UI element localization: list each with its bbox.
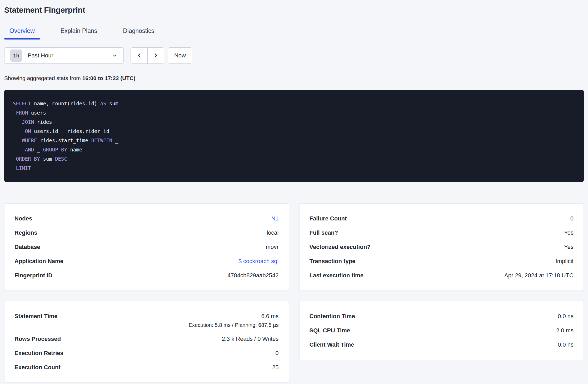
sql-text: rides [34,119,52,125]
chevron-down-icon [112,53,118,58]
aggregation-summary-prefix: Showing aggregated stats from [4,75,82,81]
tab-overview[interactable]: Overview [4,25,40,39]
sql-keyword: AND [25,147,34,152]
stat-label: Last execution time [310,272,363,279]
sql-keyword: WHERE [22,137,37,143]
stat-label: Regions [14,229,37,236]
stat-row: Vectorized execution? Yes [310,244,574,250]
sql-keyword: BETWEEN [91,137,112,143]
stat-row: Nodes N1 [14,215,279,222]
stat-value: movr [266,244,279,250]
stat-row: Fingerprint ID 4784cb829aab2542 [14,272,279,279]
now-button[interactable]: Now [168,47,192,64]
sql-keyword: DESC [55,156,67,162]
page-title: Statement Fingerprint [4,5,584,15]
sql-keyword: JOIN [22,119,34,125]
sql-line: FROM users [13,108,575,117]
stat-label: Transaction type [310,258,356,265]
tab-label: Overview [9,27,35,34]
sql-text [13,119,22,125]
chevron-left-icon [136,52,142,59]
stat-label: Nodes [14,215,32,222]
sql-statement-box: SELECT name, count(rides.id) AS sum FROM… [4,90,584,182]
timing-cards-row: Statement Time 6.6 ms Execution: 5.8 ms … [4,301,584,383]
prev-interval-button[interactable] [131,48,147,63]
stat-value: Yes [564,244,574,250]
sql-text: _ [112,137,118,143]
sql-text: users [28,110,46,116]
card-wait-time: Contention Time 0.0 ns SQL CPU Time 2.0 … [299,301,584,360]
time-range-dropdown[interactable]: 1h Past Hour [4,47,124,64]
sql-line: JOIN rides [13,117,575,127]
interval-nav-group [131,47,164,64]
sql-text: name, count(rides.id) [31,101,100,106]
stat-row: Regions local [14,229,279,236]
stat-value: Yes [564,229,574,236]
sql-keyword: ORDER BY [16,156,40,162]
next-interval-button[interactable] [147,48,164,63]
stat-label: Full scan? [310,229,338,236]
stat-value: Apr 29, 2024 at 17:18 UTC [504,272,574,279]
stat-label: Vectorized execution? [310,244,371,250]
tab-label: Explain Plans [61,27,97,34]
sql-keyword: LIMIT [16,165,31,171]
card-general-info: Nodes N1 Regions local Database movr App… [4,203,289,291]
aggregation-summary-range: 16:00 to 17:22 (UTC) [82,75,136,81]
stat-label: Client Wait Time [310,341,354,348]
stat-label: Execution Count [14,364,61,371]
sql-text: rides.start_time [37,137,91,143]
sql-text [13,137,22,143]
stat-value: 2.0 ms [556,327,574,334]
sql-keyword: SELECT [13,101,31,106]
stat-value: 4784cb829aab2542 [227,272,279,279]
tab-explain-plans[interactable]: Explain Plans [55,25,102,39]
sql-text [13,165,16,171]
time-controls: 1h Past Hour Now [4,47,584,64]
stat-value: 0.0 ns [558,313,574,320]
sql-line: ORDER BY sum DESC [13,154,575,164]
tab-diagnostics[interactable]: Diagnostics [118,25,160,39]
stat-label: SQL CPU Time [310,327,350,334]
stat-label: Rows Processed [14,336,61,342]
app-name-link[interactable]: $ cockroach sql [238,258,279,265]
stat-label: Statement Time [14,313,57,320]
stat-value: 0 [275,350,278,357]
stat-value-block: 6.6 ms Execution: 5.8 ms / Planning: 687… [189,313,279,328]
sql-text: _ [34,147,43,152]
stat-label: Failure Count [310,215,347,222]
stat-row: Execution Count 25 [14,364,279,371]
sql-text: sum [40,156,55,162]
stat-value: 6.6 ms [261,313,278,319]
stat-value: local [267,229,278,236]
stat-value: Implicit [556,258,574,265]
stat-row: Failure Count 0 [310,215,574,222]
card-statement-time: Statement Time 6.6 ms Execution: 5.8 ms … [4,301,289,383]
stat-subvalue: Execution: 5.8 ms / Planning: 687.5 µs [189,322,279,328]
stat-row: Client Wait Time 0.0 ns [310,341,574,348]
stat-row: Full scan? Yes [310,229,574,236]
stat-row: Transaction type Implicit [310,258,574,265]
sql-keyword: FROM [16,110,28,116]
sql-text [13,147,25,152]
stat-value: 25 [272,364,278,371]
stat-value: 0 [570,215,574,222]
tab-label: Diagnostics [123,27,154,34]
sql-text: users.id = rides.rider_id [31,128,109,134]
sql-text [13,110,16,116]
stat-label: Fingerprint ID [14,272,52,279]
stat-value: 2.3 k Reads / 0 Writes [222,336,278,342]
statement-fingerprint-page: Statement Fingerprint Overview Explain P… [0,5,588,383]
stat-label: Database [14,244,40,250]
time-range-label: Past Hour [28,52,53,59]
stat-value: 0.0 ns [558,341,574,348]
stat-row: Contention Time 0.0 ns [310,313,574,320]
sql-line: WHERE rides.start_time BETWEEN _ [13,136,575,145]
sql-line: ON users.id = rides.rider_id [13,127,575,136]
stat-row: Application Name $ cockroach sql [14,258,279,265]
card-execution-info: Failure Count 0 Full scan? Yes Vectorize… [299,203,584,291]
sql-text: sum [106,101,118,106]
sql-keyword: AS [100,101,106,106]
stat-row: Last execution time Apr 29, 2024 at 17:1… [310,272,574,279]
stat-row: Statement Time 6.6 ms Execution: 5.8 ms … [14,313,279,328]
node-link[interactable]: N1 [271,215,278,222]
